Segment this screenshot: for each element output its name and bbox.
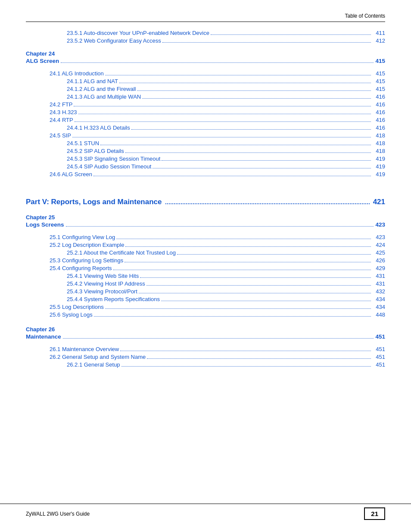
toc-dots (125, 257, 371, 262)
toc-item-text: 25.4.1 Viewing Web Site Hits (67, 273, 139, 279)
toc-row: 25.4 Configuring Reports429 (26, 265, 385, 271)
toc-dots (75, 117, 371, 122)
toc-dots (100, 140, 371, 145)
toc-dots (125, 242, 371, 247)
toc-item-text: 24.6 ALG Screen (50, 171, 92, 177)
toc-page-number: 432 (372, 288, 385, 295)
toc-dots (162, 156, 371, 161)
toc-dots (72, 132, 371, 137)
header-text: Table of Contents (345, 13, 385, 19)
toc-dots (74, 101, 371, 106)
toc-item-text: 25.4.2 Viewing Host IP Address (67, 280, 145, 287)
chapter-label: Chapter 26 (26, 326, 385, 333)
toc-row: 25.4.4 System Reports Specifications434 (26, 296, 385, 302)
toc-dots (93, 171, 371, 176)
toc-row: 26.2 General Setup and System Name451 (26, 354, 385, 360)
toc-page-number: 412 (372, 37, 385, 44)
toc-page-number: 451 (372, 354, 385, 360)
toc-item-text: 24.1.1 ALG and NAT (67, 78, 118, 84)
toc-item-text: 25.3 Configuring Log Settings (50, 257, 123, 264)
toc-row: 23.5.1 Auto-discover Your UPnP-enabled N… (26, 30, 385, 36)
toc-dots (105, 70, 371, 75)
toc-row: 24.5 SIP418 (26, 132, 385, 139)
toc-item-text: 25.2.1 About the Certificate Not Trusted… (67, 249, 176, 256)
toc-page-number: 448 (372, 311, 385, 318)
toc-page-number: 423 (372, 234, 385, 240)
toc-item-text: 25.4.3 Viewing Protocol/Port (67, 288, 137, 295)
toc-page-number: 411 (372, 30, 385, 36)
toc-row: 23.5.2 Web Configurator Easy Access412 (26, 37, 385, 44)
page-header: Table of Contents (26, 13, 385, 22)
toc-page-number: 415 (372, 86, 385, 92)
toc-page-number: 424 (372, 242, 385, 248)
toc-item-text: 26.2 General Setup and System Name (50, 354, 146, 360)
toc-dots (125, 148, 371, 153)
toc-row: 24.4.1 H.323 ALG Details416 (26, 124, 385, 131)
toc-row: 25.2.1 About the Certificate Not Trusted… (26, 249, 385, 256)
toc-item-text: 24.5.3 SIP Signaling Session Timeout (67, 156, 160, 162)
toc-row: 24.5.4 SIP Audio Session Timeout419 (26, 163, 385, 170)
toc-row: 25.6 Syslog Logs448 (26, 311, 385, 318)
toc-dots (162, 37, 371, 43)
toc-row: 26.2.1 General Setup451 (26, 361, 385, 368)
toc-page-number: 418 (372, 140, 385, 146)
toc-item-text: 24.4 RTP (50, 117, 73, 123)
chapter-title-page: 423 (375, 221, 385, 228)
toc-dots (146, 280, 371, 286)
toc-item-text: 25.2 Log Description Example (50, 242, 124, 248)
toc-page-number: 419 (372, 156, 385, 162)
toc-page-number: 419 (372, 171, 385, 177)
toc-row: 25.5 Log Descriptions434 (26, 304, 385, 310)
toc-page-number: 415 (372, 70, 385, 77)
chapter-title: Logs Screens (26, 221, 64, 228)
toc-row: 25.3 Configuring Log Settings426 (26, 257, 385, 264)
page-number: 21 (364, 507, 385, 520)
toc-page-number: 416 (372, 109, 385, 115)
toc-dots (121, 361, 371, 367)
part-title-text: Part V: Reports, Logs and Maintenance (26, 198, 162, 206)
toc-dots (131, 124, 371, 130)
toc-item-text: 24.1 ALG Introduction (50, 70, 104, 77)
toc-row: 24.3 H.323416 (26, 109, 385, 115)
toc-item-text: 24.5.4 SIP Audio Session Timeout (67, 163, 151, 170)
chapter-title-row: Maintenance451 (26, 333, 385, 340)
toc-dots (153, 163, 371, 168)
toc-page-number: 415 (372, 78, 385, 84)
toc-row: 24.1.3 ALG and Multiple WAN416 (26, 93, 385, 100)
toc-dots (137, 86, 371, 91)
toc-item-text: 24.5.2 SIP ALG Details (67, 148, 124, 154)
toc-row: 24.6 ALG Screen419 (26, 171, 385, 177)
chapter-title: ALG Screen (26, 58, 59, 64)
toc-page-number: 419 (372, 163, 385, 170)
toc-dots (177, 249, 371, 255)
part-title-page: 421 (373, 198, 385, 206)
toc-dots (139, 288, 371, 293)
toc-row: 24.1.2 ALG and the Firewall415 (26, 86, 385, 92)
toc-row: 24.5.1 STUN418 (26, 140, 385, 146)
toc-item-text: 24.1.2 ALG and the Firewall (67, 86, 136, 92)
toc-dots (140, 273, 371, 278)
page-footer: ZyWALL 2WG User's Guide 21 (0, 504, 411, 520)
toc-row: 24.4 RTP416 (26, 117, 385, 123)
toc-item-text: 25.4.4 System Reports Specifications (67, 296, 160, 302)
toc-item-text: 25.6 Syslog Logs (50, 311, 93, 318)
toc-dots (161, 296, 371, 301)
toc-row: 25.4.1 Viewing Web Site Hits431 (26, 273, 385, 279)
chapter-title-row: ALG Screen415 (26, 58, 385, 64)
toc-page-number: 418 (372, 148, 385, 154)
toc-page-number: 416 (372, 93, 385, 100)
toc-item-text: 25.4 Configuring Reports (50, 265, 112, 271)
toc-dots (78, 109, 371, 114)
toc-dots (119, 78, 371, 83)
toc-item-text: 24.3 H.323 (50, 109, 77, 115)
toc-page-number: 434 (372, 296, 385, 302)
chapter-title-row: Logs Screens423 (26, 221, 385, 228)
chapter-label: Chapter 25 (26, 214, 385, 221)
toc-page-number: 416 (372, 124, 385, 131)
chapter-title-page: 451 (375, 333, 385, 340)
chapter-title-dots (63, 333, 374, 339)
toc-item-text: 23.5.1 Auto-discover Your UPnP-enabled N… (67, 30, 209, 36)
toc-page-number: 416 (372, 117, 385, 123)
toc-row: 25.4.2 Viewing Host IP Address431 (26, 280, 385, 287)
toc-page-number: 429 (372, 265, 385, 271)
